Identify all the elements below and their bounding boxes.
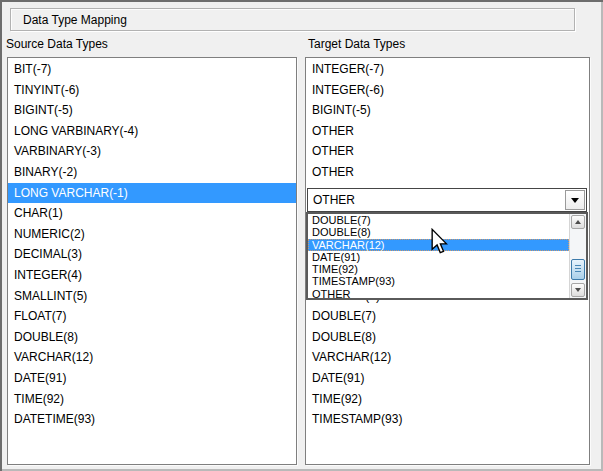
- combobox-value: OTHER: [308, 193, 565, 207]
- list-item[interactable]: OTHER: [307, 121, 588, 142]
- dropdown-option[interactable]: OTHER: [308, 288, 569, 300]
- arrow-up-icon: [575, 220, 581, 224]
- list-item[interactable]: BINARY(-2): [9, 162, 295, 183]
- list-item[interactable]: LONG VARCHAR(-1): [8, 183, 296, 204]
- list-item[interactable]: OTHER: [307, 162, 588, 183]
- dropdown-scrollbar[interactable]: [569, 214, 586, 298]
- data-type-mapping-dialog: Data Type Mapping Source Data Types Targ…: [0, 0, 603, 471]
- list-item[interactable]: TIMESTAMP(93): [307, 409, 588, 430]
- list-item[interactable]: INTEGER(4): [9, 265, 295, 286]
- list-item[interactable]: DOUBLE(8): [9, 327, 295, 348]
- dialog-title: Data Type Mapping: [23, 13, 127, 27]
- combobox-dropdown-button[interactable]: [565, 190, 585, 210]
- list-item[interactable]: BIT(-7): [9, 59, 295, 80]
- target-data-types-list[interactable]: INTEGER(-7)INTEGER(-6)BIGINT(-5)OTHEROTH…: [305, 57, 590, 465]
- list-item[interactable]: DATE(91): [9, 368, 295, 389]
- source-data-types-list[interactable]: BIT(-7)TINYINT(-6)BIGINT(-5)LONG VARBINA…: [7, 57, 297, 465]
- dropdown-option[interactable]: TIME(92): [308, 263, 569, 275]
- chevron-down-icon: [571, 198, 579, 203]
- scroll-down-button[interactable]: [571, 283, 585, 297]
- mouse-cursor-icon: [430, 228, 448, 254]
- list-item[interactable]: LONG VARBINARY(-4): [9, 121, 295, 142]
- list-item[interactable]: SMALLINT(5): [9, 286, 295, 307]
- list-item[interactable]: INTEGER(-6): [307, 80, 588, 101]
- list-item[interactable]: BIGINT(-5): [9, 100, 295, 121]
- list-item[interactable]: DOUBLE(8): [307, 327, 588, 348]
- header-frame: Data Type Mapping: [10, 8, 575, 31]
- list-item[interactable]: FLOAT(7): [9, 306, 295, 327]
- list-item[interactable]: OTHER: [307, 141, 588, 162]
- dropdown-option[interactable]: DOUBLE(7): [308, 214, 569, 226]
- scrollbar-thumb[interactable]: [571, 259, 585, 280]
- list-item[interactable]: TINYINT(-6): [9, 80, 295, 101]
- source-list-label: Source Data Types: [6, 37, 108, 51]
- list-item[interactable]: DATETIME(93): [9, 409, 295, 430]
- list-item[interactable]: NUMERIC(2): [9, 224, 295, 245]
- target-type-combobox[interactable]: OTHER: [307, 188, 587, 212]
- scroll-up-button[interactable]: [571, 215, 585, 229]
- list-item[interactable]: DECIMAL(3): [9, 244, 295, 265]
- target-list-label: Target Data Types: [308, 37, 405, 51]
- list-item[interactable]: INTEGER(-7): [307, 59, 588, 80]
- list-item[interactable]: TIME(92): [9, 389, 295, 410]
- list-item[interactable]: VARBINARY(-3): [9, 141, 295, 162]
- list-item[interactable]: DOUBLE(7): [307, 306, 588, 327]
- list-item[interactable]: VARCHAR(12): [307, 347, 588, 368]
- list-item[interactable]: CHAR(1): [9, 203, 295, 224]
- source-list-rows: BIT(-7)TINYINT(-6)BIGINT(-5)LONG VARBINA…: [9, 59, 295, 430]
- combobox-dropdown-list: DOUBLE(7)DOUBLE(8)VARCHAR(12)DATE(91)TIM…: [306, 212, 588, 300]
- target-list-bottom-rows: DOUBLE(7)DOUBLE(8)VARCHAR(12)DATE(91)TIM…: [307, 306, 588, 430]
- list-item[interactable]: BIGINT(-5): [307, 100, 588, 121]
- arrow-down-icon: [575, 288, 581, 292]
- list-item[interactable]: TIME(92): [307, 389, 588, 410]
- list-item[interactable]: VARCHAR(12): [9, 347, 295, 368]
- dropdown-options: DOUBLE(7)DOUBLE(8)VARCHAR(12)DATE(91)TIM…: [308, 214, 569, 298]
- list-item[interactable]: DATE(91): [307, 368, 588, 389]
- target-list-top-rows: INTEGER(-7)INTEGER(-6)BIGINT(-5)OTHEROTH…: [307, 59, 588, 183]
- dropdown-option[interactable]: TIMESTAMP(93): [308, 275, 569, 287]
